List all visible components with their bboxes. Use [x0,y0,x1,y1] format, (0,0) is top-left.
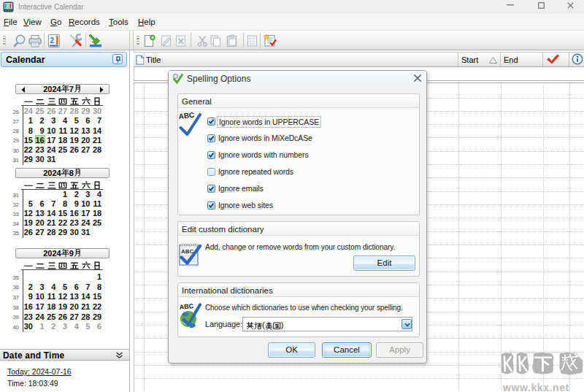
svg-text:ABC: ABC [179,302,194,311]
svg-text:ABC: ABC [181,248,194,255]
svg-text:2: 2 [50,36,55,45]
svg-text:ABC: ABC [178,111,195,120]
